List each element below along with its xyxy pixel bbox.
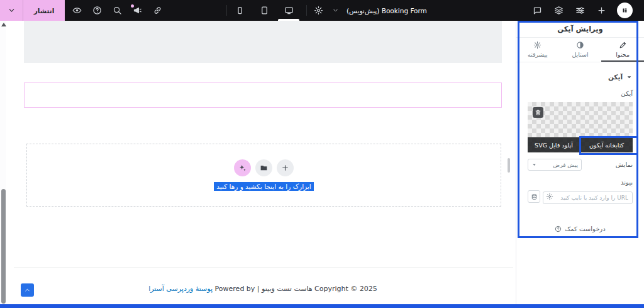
elementor-logo-icon xyxy=(621,6,629,14)
dynamic-tags-button[interactable] xyxy=(528,190,540,203)
tablet-device-button[interactable] xyxy=(258,0,270,21)
tab-style[interactable]: استایل xyxy=(559,38,602,62)
desktop-icon xyxy=(284,6,294,15)
contrast-icon xyxy=(576,41,584,49)
sliders-icon xyxy=(575,6,585,15)
connect-link-button[interactable] xyxy=(152,0,163,21)
preview-button[interactable] xyxy=(71,0,82,21)
header-placeholder-block[interactable] xyxy=(24,21,502,63)
help-button[interactable] xyxy=(91,0,103,21)
page-scrollbar[interactable] xyxy=(0,21,6,308)
site-settings-button[interactable] xyxy=(574,0,586,21)
elementor-editor: انتشار Booking Form (پیش‌نویس) xyxy=(0,0,644,308)
link-icon xyxy=(153,6,162,15)
drop-area-actions xyxy=(234,159,294,176)
publish-control: انتشار xyxy=(0,0,65,21)
add-widget-button[interactable] xyxy=(277,159,294,176)
topbar-separator xyxy=(306,5,307,16)
question-circle-icon xyxy=(555,225,562,232)
upload-svg-button[interactable]: آپلود فایل SVG xyxy=(528,137,580,152)
selected-empty-section[interactable] xyxy=(24,83,502,108)
mobile-icon xyxy=(235,6,245,15)
need-help-link[interactable]: درخواست کمک xyxy=(528,225,633,232)
scrollbar-up-arrow-icon[interactable] xyxy=(1,23,6,26)
layers-icon xyxy=(554,6,564,15)
comment-icon xyxy=(533,6,542,15)
icon-control-label: آیکن xyxy=(528,90,633,97)
megaphone-icon xyxy=(133,6,142,15)
display-setting-row: نمایش پیش فرض xyxy=(528,159,633,171)
eye-icon xyxy=(72,6,82,15)
publish-options-button[interactable] xyxy=(0,0,23,21)
mobile-device-button[interactable] xyxy=(234,0,245,21)
tab-advanced[interactable]: پیشرفته xyxy=(516,38,559,62)
section-title: آیکن xyxy=(608,73,623,81)
finder-search-button[interactable] xyxy=(111,0,123,21)
tablet-icon xyxy=(260,6,269,15)
device-switcher xyxy=(234,0,294,21)
comments-button[interactable] xyxy=(531,0,543,21)
drop-hint-text: ابزارک را به اینجا بکشید و رها کنید xyxy=(214,182,313,191)
scrollbar-thumb[interactable] xyxy=(1,189,6,304)
remove-icon-button[interactable] xyxy=(533,107,543,118)
display-select[interactable]: پیش فرض xyxy=(528,159,582,171)
chevron-down-icon xyxy=(8,6,16,14)
topbar-separator xyxy=(226,5,227,16)
gear-icon xyxy=(533,41,541,49)
folder-icon xyxy=(260,164,268,172)
whats-new-button[interactable] xyxy=(131,0,143,21)
document-title: Booking Form (پیش‌نویس) xyxy=(347,7,427,14)
pencil-icon xyxy=(619,41,627,49)
scroll-to-top-button[interactable] xyxy=(21,283,34,297)
link-options-button[interactable] xyxy=(546,193,553,200)
sparkles-icon xyxy=(238,164,247,172)
search-icon xyxy=(113,6,122,15)
document-controls: Booking Form (پیش‌نویس) xyxy=(313,0,427,21)
tab-label: پیشرفته xyxy=(528,51,548,58)
panel-title: ویرایش آیکن xyxy=(516,21,644,38)
tab-content[interactable]: محتوا xyxy=(601,38,644,62)
caret-down-icon xyxy=(626,74,633,81)
icon-source-buttons: کتابخانه آیکون آپلود فایل SVG xyxy=(528,137,633,152)
icon-section-toggle[interactable]: آیکن xyxy=(528,73,633,81)
tab-label: محتوا xyxy=(616,51,630,58)
elementor-menu-button[interactable] xyxy=(617,3,633,18)
link-label: پیوند xyxy=(528,179,633,186)
bottom-highlight-strip xyxy=(0,304,644,308)
site-footer: Copyright © 2025 هاست تست وبینو | Powere… xyxy=(24,285,502,293)
astra-theme-link[interactable]: پوستهٔ وردپرسی آسترا xyxy=(148,285,213,293)
url-input[interactable] xyxy=(543,191,633,204)
trash-icon xyxy=(535,109,541,116)
gear-icon xyxy=(314,6,323,15)
document-switcher-button[interactable] xyxy=(330,0,341,21)
topbar-left-tools xyxy=(71,0,163,21)
display-select-value: پیش فرض xyxy=(553,162,578,168)
chevron-up-icon xyxy=(24,287,31,294)
desktop-device-button[interactable] xyxy=(283,0,294,21)
canvas-scrollbar-thumb[interactable] xyxy=(508,158,510,173)
ai-generate-button[interactable] xyxy=(234,159,251,176)
add-element-button[interactable] xyxy=(596,0,607,21)
icon-library-button[interactable]: کتابخانه آیکون xyxy=(580,137,633,152)
database-icon xyxy=(531,193,538,200)
url-field-wrap xyxy=(543,190,633,203)
copyright-text: Copyright © 2025 هاست تست وبینو | Powere… xyxy=(215,285,377,293)
icon-preview-area[interactable]: کتابخانه آیکون آپلود فایل SVG xyxy=(528,102,633,152)
editor-canvas: ابزارک را به اینجا بکشید و رها کنید Copy… xyxy=(6,21,516,308)
plus-icon xyxy=(597,6,606,15)
document-settings-button[interactable] xyxy=(313,0,324,21)
question-circle-icon xyxy=(92,6,102,15)
plus-icon xyxy=(281,164,289,172)
template-library-button[interactable] xyxy=(255,159,272,176)
widget-drop-area[interactable]: ابزارک را به اینجا بکشید و رها کنید xyxy=(26,144,501,207)
edit-icon-panel: ویرایش آیکن محتوا استایل پیشرفته آیکن xyxy=(516,21,644,308)
tab-label: استایل xyxy=(572,51,588,58)
publish-button[interactable]: انتشار xyxy=(23,7,65,14)
display-label: نمایش xyxy=(616,161,633,168)
navigator-button[interactable] xyxy=(553,0,564,21)
link-url-row xyxy=(528,190,633,203)
notification-dot xyxy=(131,4,134,8)
topbar-right-tools xyxy=(531,0,633,21)
chevron-down-icon xyxy=(332,7,339,14)
panel-tabs: محتوا استایل پیشرفته xyxy=(516,38,644,62)
